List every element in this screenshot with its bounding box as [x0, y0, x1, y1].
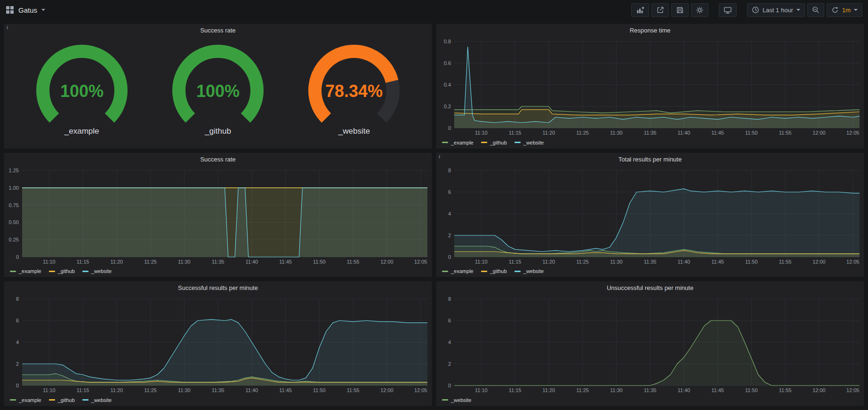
svg-text:0: 0 — [16, 383, 19, 388]
time-range-picker[interactable]: Last 1 hour — [747, 3, 805, 17]
response-time-chart[interactable]: 00.20.40.60.811:1011:1511:2011:2511:3011… — [436, 37, 864, 137]
gauge-value: 78.34% — [325, 81, 383, 101]
legend-item-_github[interactable]: _github — [49, 268, 75, 274]
legend-series-name: _github — [490, 140, 507, 145]
svg-text:11:55: 11:55 — [779, 130, 792, 136]
success-rate-chart[interactable]: 00.250.500.751.001.2511:1011:1511:2011:2… — [4, 166, 432, 266]
panel-title[interactable]: Success rate — [4, 24, 432, 37]
legend-color-icon — [442, 142, 448, 143]
zoom-out-time-button[interactable] — [807, 3, 824, 17]
legend-item-_website[interactable]: _website — [442, 397, 471, 403]
panel-title[interactable]: Successful results per minute — [4, 281, 432, 294]
zoom-out-icon — [812, 6, 820, 14]
legend-color-icon — [10, 271, 16, 272]
svg-text:11:45: 11:45 — [711, 259, 724, 265]
panel-title[interactable]: Total results per minute — [436, 153, 864, 166]
svg-text:11:15: 11:15 — [509, 130, 522, 136]
svg-text:11:20: 11:20 — [543, 130, 555, 136]
legend-color-icon — [514, 142, 521, 143]
panel-title[interactable]: Success rate — [4, 153, 432, 166]
legend-item-_github[interactable]: _github — [481, 268, 507, 274]
legend-color-icon — [82, 271, 88, 272]
legend-item-_example[interactable]: _example — [442, 140, 474, 145]
legend-series-name: _github — [58, 397, 75, 403]
successful-results-chart[interactable]: 0246811:1011:1511:2011:2511:3011:3511:40… — [4, 294, 432, 394]
caret-down-icon — [854, 9, 858, 11]
legend-item-_website[interactable]: _website — [82, 268, 112, 274]
svg-text:0: 0 — [448, 254, 451, 260]
svg-text:11:10: 11:10 — [475, 387, 488, 393]
legend-series-name: _github — [58, 268, 75, 274]
svg-text:0.6: 0.6 — [444, 60, 451, 66]
cycle-view-mode-button[interactable] — [719, 3, 737, 17]
legend-color-icon — [49, 399, 55, 401]
legend-item-_example[interactable]: _example — [10, 397, 41, 403]
svg-text:12:00: 12:00 — [812, 387, 826, 393]
legend-series-name: _github — [490, 268, 507, 274]
svg-text:11:40: 11:40 — [246, 259, 258, 265]
svg-text:11:55: 11:55 — [347, 387, 360, 393]
svg-text:2: 2 — [448, 361, 451, 367]
legend-item-_website[interactable]: _website — [514, 140, 544, 145]
refresh-picker[interactable]: 1m — [827, 3, 862, 17]
legend-series-name: _website — [451, 397, 471, 403]
legend-item-_github[interactable]: _github — [481, 140, 507, 145]
legend-color-icon — [10, 399, 16, 401]
legend-color-icon — [442, 399, 448, 401]
svg-text:11:20: 11:20 — [543, 259, 555, 265]
svg-text:11:35: 11:35 — [644, 259, 657, 265]
svg-text:4: 4 — [448, 211, 451, 217]
legend-item-_example[interactable]: _example — [442, 268, 474, 274]
svg-text:11:10: 11:10 — [43, 387, 56, 393]
svg-text:11:25: 11:25 — [576, 387, 589, 393]
legend-color-icon — [82, 399, 88, 401]
panel-successful-results: Successful results per minute 0246811:10… — [4, 281, 432, 406]
panel-title[interactable]: Unsuccessful results per minute — [436, 281, 864, 294]
total-results-chart[interactable]: 0246811:1011:1511:2011:2511:3011:3511:40… — [436, 166, 864, 266]
info-icon[interactable]: i — [4, 24, 13, 32]
cycle-view-monitor-icon — [723, 6, 732, 14]
panel-title[interactable]: Response time — [436, 24, 864, 37]
svg-text:11:50: 11:50 — [745, 130, 758, 136]
gauge-_example: 100%_example — [24, 44, 140, 136]
svg-text:11:30: 11:30 — [610, 130, 623, 136]
svg-text:0.50: 0.50 — [9, 219, 19, 225]
svg-text:2: 2 — [16, 361, 19, 367]
svg-text:0.8: 0.8 — [444, 39, 451, 44]
svg-text:11:15: 11:15 — [77, 387, 89, 393]
svg-text:8: 8 — [448, 296, 451, 302]
svg-text:11:50: 11:50 — [745, 259, 758, 265]
svg-text:11:10: 11:10 — [43, 259, 56, 265]
dashboard-title-button[interactable]: Gatus — [6, 6, 45, 14]
svg-text:11:50: 11:50 — [745, 387, 758, 393]
legend-item-_example[interactable]: _example — [10, 268, 41, 274]
svg-text:11:40: 11:40 — [678, 130, 691, 136]
svg-text:6: 6 — [448, 189, 451, 195]
share-dashboard-button[interactable] — [651, 3, 669, 17]
gauge-label: _github — [205, 127, 231, 136]
dashboard-grid: i Success rate 100%_example100%_github78… — [0, 20, 868, 410]
svg-text:12:05: 12:05 — [846, 259, 860, 265]
caret-down-icon — [796, 9, 800, 11]
svg-text:11:15: 11:15 — [77, 259, 89, 265]
save-dashboard-button[interactable] — [671, 3, 689, 17]
legend-series-name: _website — [523, 140, 544, 145]
svg-text:11:10: 11:10 — [475, 259, 488, 265]
dashboard-grid-icon — [6, 6, 14, 14]
chart-legend: _example_github_website — [436, 137, 864, 148]
svg-text:11:55: 11:55 — [779, 387, 792, 393]
svg-text:6: 6 — [448, 318, 451, 323]
legend-item-_website[interactable]: _website — [514, 268, 544, 274]
svg-text:0.4: 0.4 — [444, 82, 451, 88]
svg-text:11:30: 11:30 — [610, 387, 623, 393]
svg-text:4: 4 — [16, 339, 19, 345]
gauge-label: _website — [338, 127, 370, 136]
legend-item-_website[interactable]: _website — [82, 397, 112, 403]
add-panel-button[interactable] — [631, 3, 649, 17]
svg-text:11:20: 11:20 — [543, 387, 555, 393]
svg-text:12:05: 12:05 — [846, 387, 860, 393]
unsuccessful-results-chart[interactable]: 0246811:1011:1511:2011:2511:3011:3511:40… — [436, 294, 864, 394]
dashboard-settings-button[interactable] — [691, 3, 708, 17]
legend-item-_github[interactable]: _github — [49, 397, 75, 403]
info-icon[interactable]: i — [436, 153, 445, 161]
